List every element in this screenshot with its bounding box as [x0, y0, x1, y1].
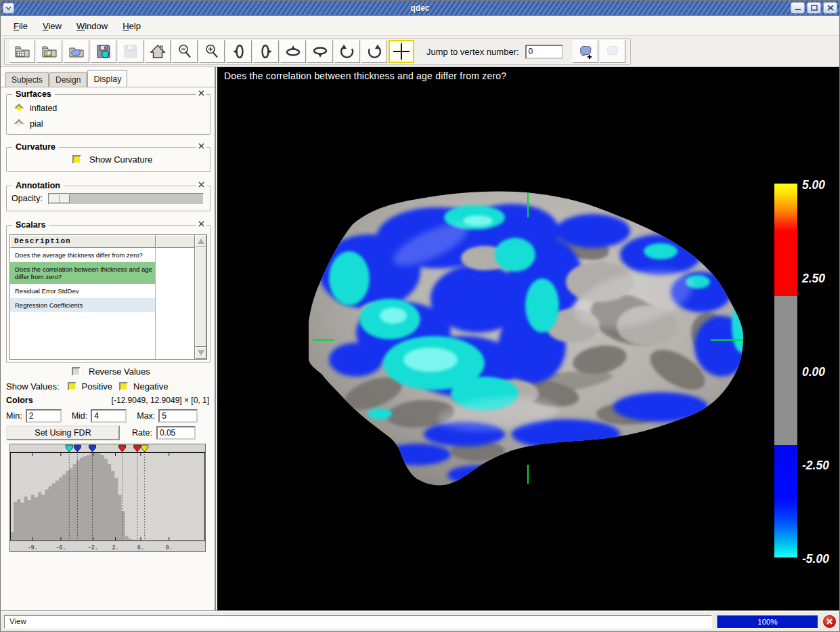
surfaces-close-button[interactable] [196, 90, 206, 96]
negative-checkbox[interactable] [119, 382, 128, 391]
scalars-close-button[interactable] [196, 221, 206, 227]
cancel-x-icon [826, 618, 833, 625]
colors-label: Colors [6, 396, 33, 405]
min-input[interactable] [26, 409, 62, 423]
histogram-tick-label: -2. [88, 545, 98, 551]
menu-file[interactable]: File [6, 18, 35, 35]
scrollbar-up-button[interactable] [195, 235, 206, 247]
titlebar[interactable]: qdec [1, 1, 839, 16]
positive-checkbox[interactable] [68, 382, 76, 391]
crosshair-icon [392, 42, 411, 61]
rotate-left-button[interactable] [226, 40, 252, 63]
reset-view-home-button[interactable] [145, 40, 171, 63]
zoom-in-button[interactable] [199, 40, 225, 63]
scalar-row[interactable]: Regression Coefficients [10, 298, 155, 312]
minimize-button[interactable] [791, 2, 805, 14]
opacity-slider-handle[interactable] [49, 194, 70, 203]
save-snapshot-button[interactable] [118, 40, 143, 63]
threshold-marker[interactable] [74, 445, 81, 452]
mid-label: Mid: [72, 411, 88, 421]
rotate-counterclockwise-button[interactable] [334, 40, 360, 63]
minimize-icon [795, 5, 801, 11]
load-data-table-button[interactable] [9, 40, 35, 63]
load-data-table-icon [14, 43, 31, 60]
maximize-button[interactable] [807, 2, 821, 14]
menu-window[interactable]: Window [69, 18, 115, 35]
show-curvature-label: Show Curvature [89, 154, 152, 165]
description-column-header[interactable]: Description [10, 235, 156, 248]
rotate-down-button[interactable] [307, 40, 333, 63]
surface-option-inflated[interactable]: inflated [7, 100, 210, 116]
histogram-tick-label: 2. [112, 545, 118, 551]
set-using-fdr-button[interactable]: Set Using FDR [6, 425, 120, 440]
scalars-scrollbar[interactable] [194, 235, 206, 359]
radio-unselected-icon [14, 119, 24, 128]
load-label-button[interactable] [64, 40, 89, 63]
opacity-slider[interactable] [48, 193, 204, 205]
tab-display[interactable]: Display [87, 70, 127, 87]
close-x-icon [198, 182, 204, 188]
save-snapshot-disabled-icon [122, 43, 139, 60]
scrollbar-thumb[interactable] [195, 247, 206, 347]
annotation-close-button[interactable] [196, 182, 206, 188]
scalar-row[interactable]: Does the average thickness differ from z… [10, 248, 155, 262]
threshold-marker[interactable] [89, 445, 96, 452]
scalar-row[interactable]: Residual Error StdDev [10, 284, 155, 298]
histogram-plot[interactable]: -9.-6.-2.2.6.9. [10, 444, 205, 551]
tab-subjects[interactable]: Subjects [5, 72, 49, 87]
zoom-in-icon [203, 43, 221, 60]
threshold-marker[interactable] [66, 445, 72, 452]
curvature-close-button[interactable] [196, 143, 206, 149]
status-cancel-button[interactable] [823, 615, 836, 628]
window-menu-button[interactable] [3, 3, 14, 14]
mid-input[interactable] [91, 409, 127, 423]
threshold-marker[interactable] [141, 445, 148, 452]
scalar-row[interactable]: Does the correlation between thickness a… [10, 262, 155, 284]
threshold-marker[interactable] [119, 445, 126, 452]
zoom-out-icon [176, 43, 194, 60]
menu-help[interactable]: Help [115, 18, 148, 35]
pick-vertex-crosshair-button[interactable] [389, 40, 414, 63]
jump-to-vertex-input[interactable] [525, 45, 563, 59]
tab-panel-divider [1, 87, 215, 87]
jump-to-vertex-label: Jump to vertex number: [426, 47, 519, 57]
add-label-button[interactable] [573, 40, 598, 63]
cursor-tick-bottom [527, 465, 529, 484]
colors-range-text: [-12.9049, 12.9049] × [0, 1] [112, 396, 209, 405]
load-label-icon [68, 43, 85, 60]
maximize-icon [811, 5, 818, 11]
reverse-values-checkbox[interactable] [72, 367, 81, 376]
reverse-values-label: Reverse Values [89, 366, 150, 377]
brain-surface-render[interactable] [309, 190, 749, 492]
menu-view[interactable]: View [35, 18, 69, 35]
show-values-row: Show Values: Positive Negative [6, 380, 209, 392]
rotate-down-icon [311, 43, 329, 60]
fdr-row: Set Using FDR Rate: [6, 425, 209, 441]
3d-viewport[interactable]: Does the correlation between thickness a… [217, 67, 839, 611]
scrollbar-down-button[interactable] [195, 347, 206, 359]
zoom-out-button[interactable] [172, 40, 198, 63]
surface-pial-label: pial [30, 119, 43, 129]
window-controls [791, 2, 837, 14]
surface-option-pial[interactable]: pial [7, 116, 210, 131]
add-label-icon [577, 43, 594, 60]
tab-design[interactable]: Design [49, 72, 87, 87]
rate-input[interactable] [156, 426, 196, 440]
scalars-group-title: Scalars [12, 220, 49, 230]
rotate-up-icon [284, 43, 302, 60]
rotate-clockwise-button[interactable] [361, 40, 387, 63]
rotate-up-button[interactable] [280, 40, 306, 63]
histogram[interactable]: -9.-6.-2.2.6.9. [9, 444, 206, 552]
close-button[interactable] [823, 2, 837, 14]
threshold-marker[interactable] [134, 445, 141, 452]
rotate-clockwise-icon [366, 43, 383, 60]
load-project-file-button[interactable] [37, 40, 62, 63]
show-curvature-checkbox[interactable] [72, 155, 81, 164]
cursor-tick-right [711, 339, 743, 341]
remove-label-button[interactable] [600, 40, 625, 63]
save-project-file-button[interactable] [91, 40, 116, 63]
close-icon [827, 5, 834, 11]
rotate-right-button[interactable] [253, 40, 279, 63]
rotate-counterclockwise-icon [338, 43, 356, 60]
max-input[interactable] [158, 409, 198, 423]
